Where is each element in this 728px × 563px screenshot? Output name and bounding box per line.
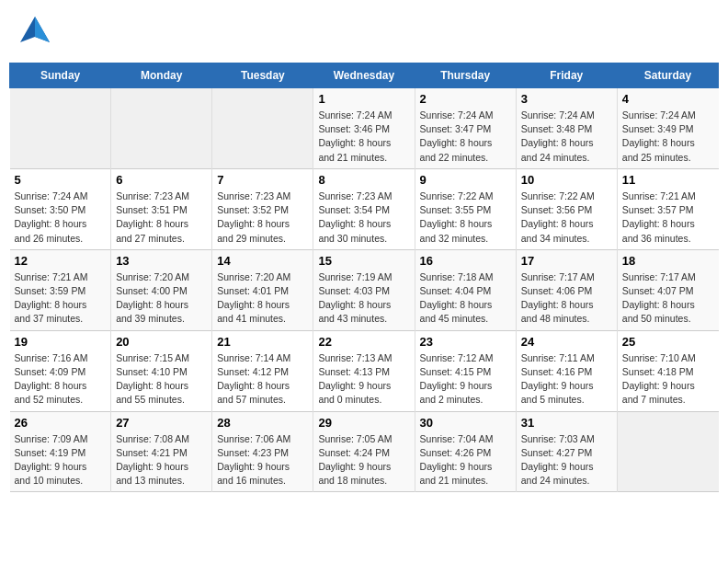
day-cell: [212, 88, 313, 169]
day-cell: 21Sunrise: 7:14 AM Sunset: 4:12 PM Dayli…: [212, 330, 313, 411]
day-number: 11: [622, 173, 714, 187]
day-info: Sunrise: 7:23 AM Sunset: 3:54 PM Dayligh…: [318, 190, 409, 246]
header-cell-friday: Friday: [516, 63, 617, 88]
day-info: Sunrise: 7:21 AM Sunset: 3:57 PM Dayligh…: [622, 190, 714, 246]
day-number: 26: [15, 416, 107, 430]
header-cell-saturday: Saturday: [617, 63, 718, 88]
day-cell: 14Sunrise: 7:20 AM Sunset: 4:01 PM Dayli…: [212, 249, 313, 330]
day-cell: 8Sunrise: 7:23 AM Sunset: 3:54 PM Daylig…: [313, 168, 415, 249]
svg-marker-1: [35, 17, 50, 42]
day-info: Sunrise: 7:24 AM Sunset: 3:49 PM Dayligh…: [622, 109, 714, 165]
day-number: 2: [420, 92, 511, 106]
day-cell: [10, 88, 111, 169]
day-cell: 1Sunrise: 7:24 AM Sunset: 3:46 PM Daylig…: [313, 88, 415, 169]
day-cell: 25Sunrise: 7:10 AM Sunset: 4:18 PM Dayli…: [617, 330, 718, 411]
day-info: Sunrise: 7:24 AM Sunset: 3:47 PM Dayligh…: [420, 109, 511, 165]
day-number: 4: [622, 92, 714, 106]
day-number: 28: [217, 416, 308, 430]
day-number: 6: [116, 173, 207, 187]
day-number: 18: [622, 254, 714, 268]
day-cell: 31Sunrise: 7:03 AM Sunset: 4:27 PM Dayli…: [516, 411, 617, 492]
day-number: 1: [318, 92, 409, 106]
day-info: Sunrise: 7:13 AM Sunset: 4:13 PM Dayligh…: [318, 351, 409, 408]
day-number: 22: [318, 335, 409, 349]
page-header: [9, 9, 719, 55]
day-info: Sunrise: 7:05 AM Sunset: 4:24 PM Dayligh…: [318, 432, 409, 488]
header-cell-tuesday: Tuesday: [212, 63, 313, 88]
day-cell: [617, 411, 718, 492]
day-info: Sunrise: 7:24 AM Sunset: 3:48 PM Dayligh…: [521, 109, 612, 165]
day-cell: 24Sunrise: 7:11 AM Sunset: 4:16 PM Dayli…: [516, 330, 617, 411]
day-cell: 5Sunrise: 7:24 AM Sunset: 3:50 PM Daylig…: [10, 168, 111, 249]
day-number: 19: [15, 335, 107, 349]
day-number: 9: [420, 173, 511, 187]
day-info: Sunrise: 7:24 AM Sunset: 3:50 PM Dayligh…: [15, 190, 107, 246]
day-number: 24: [521, 335, 612, 349]
header-cell-sunday: Sunday: [10, 63, 111, 88]
day-cell: 19Sunrise: 7:16 AM Sunset: 4:09 PM Dayli…: [10, 330, 111, 411]
day-number: 8: [318, 173, 409, 187]
day-info: Sunrise: 7:20 AM Sunset: 4:01 PM Dayligh…: [217, 270, 308, 327]
calendar-body: 1Sunrise: 7:24 AM Sunset: 3:46 PM Daylig…: [10, 88, 719, 492]
calendar-header: SundayMondayTuesdayWednesdayThursdayFrid…: [10, 63, 719, 88]
day-info: Sunrise: 7:22 AM Sunset: 3:55 PM Dayligh…: [420, 190, 511, 246]
day-number: 23: [420, 335, 511, 349]
week-row-5: 26Sunrise: 7:09 AM Sunset: 4:19 PM Dayli…: [10, 411, 719, 492]
day-cell: 2Sunrise: 7:24 AM Sunset: 3:47 PM Daylig…: [415, 88, 516, 169]
day-info: Sunrise: 7:17 AM Sunset: 4:07 PM Dayligh…: [622, 270, 714, 327]
day-cell: 30Sunrise: 7:04 AM Sunset: 4:26 PM Dayli…: [415, 411, 516, 492]
calendar-table: SundayMondayTuesdayWednesdayThursdayFrid…: [9, 63, 719, 492]
day-info: Sunrise: 7:15 AM Sunset: 4:10 PM Dayligh…: [116, 351, 207, 408]
week-row-3: 12Sunrise: 7:21 AM Sunset: 3:59 PM Dayli…: [10, 249, 719, 330]
header-cell-monday: Monday: [111, 63, 212, 88]
day-number: 14: [217, 254, 308, 268]
day-info: Sunrise: 7:06 AM Sunset: 4:23 PM Dayligh…: [217, 432, 308, 488]
day-number: 7: [217, 173, 308, 187]
day-cell: 11Sunrise: 7:21 AM Sunset: 3:57 PM Dayli…: [617, 168, 718, 249]
day-cell: 22Sunrise: 7:13 AM Sunset: 4:13 PM Dayli…: [313, 330, 415, 411]
day-info: Sunrise: 7:24 AM Sunset: 3:46 PM Dayligh…: [318, 109, 409, 165]
day-info: Sunrise: 7:23 AM Sunset: 3:52 PM Dayligh…: [217, 190, 308, 246]
day-number: 17: [521, 254, 612, 268]
day-info: Sunrise: 7:10 AM Sunset: 4:18 PM Dayligh…: [622, 351, 714, 408]
header-row: SundayMondayTuesdayWednesdayThursdayFrid…: [10, 63, 719, 88]
day-cell: 3Sunrise: 7:24 AM Sunset: 3:48 PM Daylig…: [516, 88, 617, 169]
day-cell: 26Sunrise: 7:09 AM Sunset: 4:19 PM Dayli…: [10, 411, 111, 492]
day-cell: 13Sunrise: 7:20 AM Sunset: 4:00 PM Dayli…: [111, 249, 212, 330]
day-cell: 18Sunrise: 7:17 AM Sunset: 4:07 PM Dayli…: [617, 249, 718, 330]
day-info: Sunrise: 7:12 AM Sunset: 4:15 PM Dayligh…: [420, 351, 511, 408]
day-cell: 28Sunrise: 7:06 AM Sunset: 4:23 PM Dayli…: [212, 411, 313, 492]
day-cell: 16Sunrise: 7:18 AM Sunset: 4:04 PM Dayli…: [415, 249, 516, 330]
day-cell: 4Sunrise: 7:24 AM Sunset: 3:49 PM Daylig…: [617, 88, 718, 169]
day-info: Sunrise: 7:04 AM Sunset: 4:26 PM Dayligh…: [420, 432, 511, 488]
day-info: Sunrise: 7:21 AM Sunset: 3:59 PM Dayligh…: [15, 270, 107, 327]
day-cell: [111, 88, 212, 169]
day-cell: 7Sunrise: 7:23 AM Sunset: 3:52 PM Daylig…: [212, 168, 313, 249]
day-number: 25: [622, 335, 714, 349]
day-info: Sunrise: 7:19 AM Sunset: 4:03 PM Dayligh…: [318, 270, 409, 327]
day-number: 16: [420, 254, 511, 268]
header-cell-wednesday: Wednesday: [313, 63, 415, 88]
day-number: 30: [420, 416, 511, 430]
day-info: Sunrise: 7:14 AM Sunset: 4:12 PM Dayligh…: [217, 351, 308, 408]
day-info: Sunrise: 7:11 AM Sunset: 4:16 PM Dayligh…: [521, 351, 612, 408]
day-info: Sunrise: 7:17 AM Sunset: 4:06 PM Dayligh…: [521, 270, 612, 327]
day-info: Sunrise: 7:22 AM Sunset: 3:56 PM Dayligh…: [521, 190, 612, 246]
day-info: Sunrise: 7:23 AM Sunset: 3:51 PM Dayligh…: [116, 190, 207, 246]
logo-icon: [17, 13, 51, 48]
day-info: Sunrise: 7:03 AM Sunset: 4:27 PM Dayligh…: [521, 432, 612, 488]
day-number: 10: [521, 173, 612, 187]
day-number: 15: [318, 254, 409, 268]
day-number: 31: [521, 416, 612, 430]
day-cell: 27Sunrise: 7:08 AM Sunset: 4:21 PM Dayli…: [111, 411, 212, 492]
day-cell: 29Sunrise: 7:05 AM Sunset: 4:24 PM Dayli…: [313, 411, 415, 492]
day-number: 29: [318, 416, 409, 430]
day-cell: 17Sunrise: 7:17 AM Sunset: 4:06 PM Dayli…: [516, 249, 617, 330]
day-cell: 20Sunrise: 7:15 AM Sunset: 4:10 PM Dayli…: [111, 330, 212, 411]
logo: [17, 13, 55, 52]
day-number: 21: [217, 335, 308, 349]
week-row-1: 1Sunrise: 7:24 AM Sunset: 3:46 PM Daylig…: [10, 88, 719, 169]
day-info: Sunrise: 7:20 AM Sunset: 4:00 PM Dayligh…: [116, 270, 207, 327]
day-cell: 6Sunrise: 7:23 AM Sunset: 3:51 PM Daylig…: [111, 168, 212, 249]
week-row-2: 5Sunrise: 7:24 AM Sunset: 3:50 PM Daylig…: [10, 168, 719, 249]
